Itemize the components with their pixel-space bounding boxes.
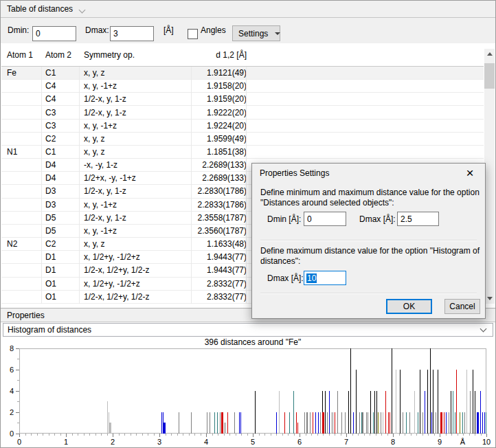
panel-menu-chevron-icon[interactable] (79, 6, 86, 13)
x-axis-minor-tick (84, 434, 84, 436)
x-axis-minor-tick (25, 434, 26, 436)
table-scrollbar[interactable] (484, 49, 495, 304)
dmax-input[interactable] (110, 26, 154, 41)
histogram-bar (403, 412, 403, 434)
histogram-bar (362, 412, 363, 434)
table-cell: C1 (42, 68, 80, 78)
col-header-symmetry[interactable]: Symmetry op. (80, 50, 192, 60)
histogram-bar (392, 348, 392, 434)
x-axis-minor-tick (458, 434, 458, 436)
histogram-bar (109, 423, 111, 434)
col-header-atom1[interactable]: Atom 1 (1, 50, 42, 60)
x-axis-minor-tick (387, 434, 388, 436)
table-row[interactable]: C4x, y, -1+z1.9158(20) (1, 80, 484, 93)
x-axis-minor-tick (271, 434, 271, 436)
x-axis-minor-tick (31, 434, 32, 436)
angles-checkbox[interactable] (188, 29, 198, 39)
x-axis-minor-tick (451, 434, 452, 436)
y-axis-tick-label: 4 (4, 387, 14, 395)
table-cell: C4 (42, 81, 80, 91)
cancel-button[interactable]: Cancel (444, 299, 480, 314)
scrollbar-up-icon[interactable] (484, 49, 495, 59)
x-axis-minor-tick (264, 434, 265, 436)
table-cell: D5 (42, 226, 80, 236)
x-axis-tick (393, 434, 394, 437)
x-axis-tick-label: 1 (59, 438, 73, 446)
table-cell: C1 (42, 147, 80, 157)
histogram-bar (356, 370, 357, 434)
x-axis-minor-tick (107, 434, 108, 436)
table-cell: 1.9158(20) (192, 81, 247, 91)
x-axis-tick (486, 434, 487, 437)
histogram-bar (345, 412, 346, 434)
dialog-dmax-input[interactable] (397, 212, 439, 226)
table-cell: D3 (42, 200, 80, 210)
histogram-bar (276, 412, 277, 434)
histogram-bar (431, 412, 432, 434)
y-axis-tick (16, 391, 19, 392)
table-cell: 1.9443(77) (192, 252, 247, 262)
table-cell: D1 (42, 252, 80, 262)
scrollbar-down-icon[interactable] (484, 293, 495, 304)
histogram-bar (470, 391, 471, 434)
histogram-bar (279, 391, 280, 434)
table-cell: 2.3560(1787) (192, 226, 247, 236)
table-cell: x, y, z (80, 239, 192, 249)
table-row[interactable]: N1C1x, y, z1.1851(38) (1, 146, 484, 159)
dmin-label: Dmin: (8, 23, 29, 38)
dialog-dmax2-input[interactable]: 10 (304, 271, 346, 285)
y-axis-tick (16, 370, 19, 370)
x-axis-minor-tick (148, 434, 148, 436)
dmin-input[interactable] (32, 26, 76, 41)
x-axis-minor-tick (475, 434, 475, 436)
table-cell: 2.2689(133) (192, 160, 247, 170)
panel-titlebar: Table of distances (1, 1, 495, 18)
x-axis-minor-tick (229, 434, 230, 436)
histogram-bar (191, 412, 192, 434)
table-row[interactable]: C2x, y, z1.9599(49) (1, 133, 484, 146)
x-axis-tick (113, 434, 113, 437)
table-row[interactable]: FeC1x, y, z1.9121(49) (1, 67, 484, 80)
dialog-section2-text-line2: distances": (260, 256, 300, 267)
selector-chevron-down-icon (480, 326, 487, 333)
table-cell: 2.2833(1786) (192, 200, 247, 210)
properties-selector[interactable]: Histogram of distances (3, 323, 493, 337)
dialog-dmin-input[interactable] (304, 212, 346, 226)
column-divider (191, 67, 192, 304)
histogram-bar (482, 412, 483, 434)
plot-layer: 012345678910Å02468 (1, 337, 495, 447)
settings-button[interactable]: Settings (232, 25, 280, 41)
table-row[interactable]: C3x, y, -1+z1.9224(20) (1, 120, 484, 133)
histogram-bar (327, 412, 328, 434)
column-divider (79, 67, 80, 304)
x-axis-minor-tick (276, 434, 277, 436)
scrollbar-thumb[interactable] (484, 63, 495, 89)
histogram-bar (456, 370, 457, 434)
column-divider (246, 67, 247, 304)
histogram-bar (464, 412, 465, 434)
x-axis-minor-tick (399, 434, 400, 436)
dialog-close-icon[interactable]: × (460, 165, 480, 181)
x-axis-minor-tick (49, 434, 49, 436)
dialog-dmin-label: Dmin [Å]: (267, 212, 301, 227)
table-cell: 1/2-x, y, 1-z (80, 108, 192, 117)
histogram-bar (400, 370, 401, 434)
table-row[interactable]: C31/2-x, y, 1-z1.9222(20) (1, 106, 484, 119)
histogram-bar (460, 412, 460, 434)
histogram-bar (210, 412, 210, 434)
table-cell: D4 (42, 173, 80, 183)
histogram-chart: 396 distances around "Fe" 012345678910Å0… (1, 337, 495, 447)
histogram-bar (427, 370, 428, 434)
histogram-bar (221, 412, 223, 434)
toolbar: Dmin: Dmax: [Å] Angles Settings (1, 18, 495, 43)
histogram-bar (480, 391, 481, 434)
x-axis-minor-tick (446, 434, 447, 436)
table-row[interactable]: C41/2-x, y, 1-z1.9159(20) (1, 93, 484, 106)
x-axis-tick (66, 434, 67, 437)
table-cell: C2 (42, 239, 80, 249)
histogram-bar (315, 412, 316, 434)
x-axis-minor-tick (335, 434, 335, 436)
col-header-distance[interactable]: d 1,2 [Å] (192, 50, 247, 60)
col-header-atom2[interactable]: Atom 2 (42, 50, 80, 60)
ok-button[interactable]: OK (386, 299, 432, 314)
